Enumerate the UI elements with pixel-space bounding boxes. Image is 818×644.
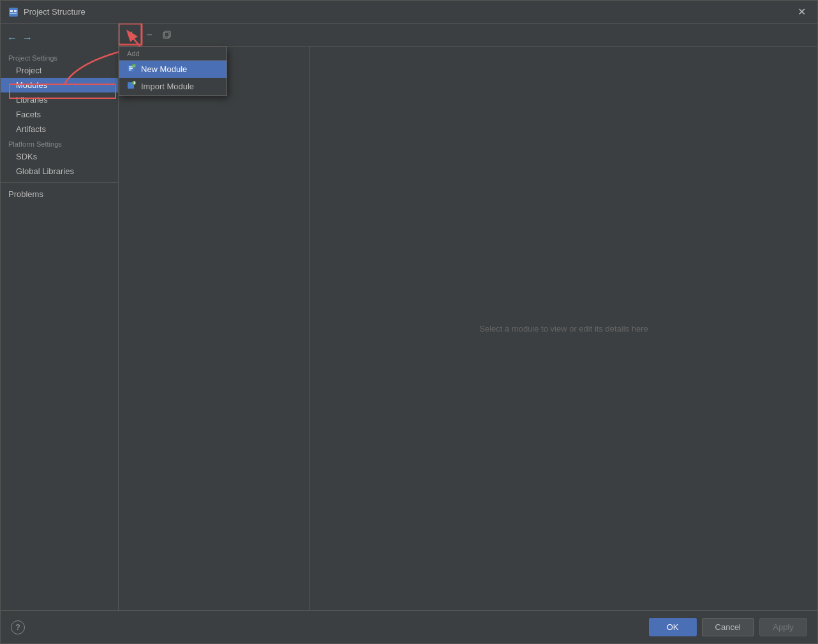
split-panel: Nothing to show Select a module to view … — [119, 47, 817, 610]
nav-top: ← → — [1, 29, 118, 50]
close-button[interactable]: ✕ — [794, 4, 810, 19]
sidebar-item-modules[interactable]: Modules — [1, 78, 118, 92]
import-module-label: Import Module — [141, 82, 194, 91]
new-module-label: New Module — [141, 64, 187, 74]
sidebar-item-libraries[interactable]: Libraries — [1, 92, 118, 107]
sidebar-item-artifacts[interactable]: Artifacts — [1, 122, 118, 136]
svg-rect-5 — [163, 33, 169, 38]
sidebar-item-problems[interactable]: Problems — [1, 187, 118, 201]
title-bar: Project Structure ✕ — [1, 1, 817, 24]
dialog-title: Project Structure — [24, 7, 86, 17]
remove-button[interactable]: − — [142, 27, 157, 43]
svg-text:⬇: ⬇ — [133, 81, 136, 85]
svg-text:+: + — [133, 64, 135, 68]
select-module-hint: Select a module to view or edit its deta… — [479, 324, 648, 333]
sidebar-item-project[interactable]: Project — [1, 63, 118, 78]
app-icon — [8, 7, 19, 17]
add-button[interactable]: + — [124, 27, 139, 43]
sidebar-item-facets[interactable]: Facets — [1, 107, 118, 122]
platform-settings-header: Platform Settings — [1, 136, 118, 149]
title-bar-left: Project Structure — [8, 7, 86, 17]
project-settings-header: Project Settings — [1, 50, 118, 63]
copy-button[interactable] — [160, 27, 175, 43]
apply-button[interactable]: Apply — [759, 618, 807, 636]
dropdown-header: Add — [119, 47, 227, 61]
svg-rect-4 — [165, 31, 170, 37]
footer-right: OK Cancel Apply — [649, 618, 807, 636]
forward-arrow-icon[interactable]: → — [21, 31, 34, 45]
sidebar-item-sdks[interactable]: SDKs — [1, 149, 118, 164]
add-dropdown-menu: Add + New Module — [119, 47, 227, 96]
svg-rect-2 — [14, 10, 17, 12]
left-panel: Nothing to show — [119, 47, 310, 610]
ok-button[interactable]: OK — [649, 618, 697, 636]
sidebar-divider — [1, 182, 118, 183]
toolbar: + − Add — [119, 24, 817, 47]
svg-rect-7 — [129, 66, 133, 68]
help-button[interactable]: ? — [11, 620, 25, 634]
cancel-button[interactable]: Cancel — [702, 618, 754, 636]
new-module-item[interactable]: + New Module — [119, 61, 227, 78]
project-structure-dialog: Project Structure ✕ ← → Project Settings… — [0, 0, 818, 644]
right-panel: Select a module to view or edit its deta… — [310, 47, 817, 610]
svg-rect-1 — [10, 10, 13, 12]
footer-left: ? — [11, 620, 25, 634]
sidebar: ← → Project Settings Project Modules Lib… — [1, 24, 119, 610]
svg-rect-8 — [129, 68, 133, 70]
sidebar-item-global-libraries[interactable]: Global Libraries — [1, 164, 118, 179]
import-module-item[interactable]: ⬇ Import Module — [119, 78, 227, 95]
svg-rect-9 — [129, 70, 131, 71]
footer: ? OK Cancel Apply — [1, 610, 817, 643]
back-arrow-icon[interactable]: ← — [6, 31, 19, 45]
import-module-icon: ⬇ — [127, 81, 136, 92]
svg-rect-3 — [10, 13, 17, 14]
content-area: ← → Project Settings Project Modules Lib… — [1, 24, 817, 610]
new-module-icon: + — [127, 64, 136, 75]
main-panel: + − Add — [119, 24, 817, 610]
